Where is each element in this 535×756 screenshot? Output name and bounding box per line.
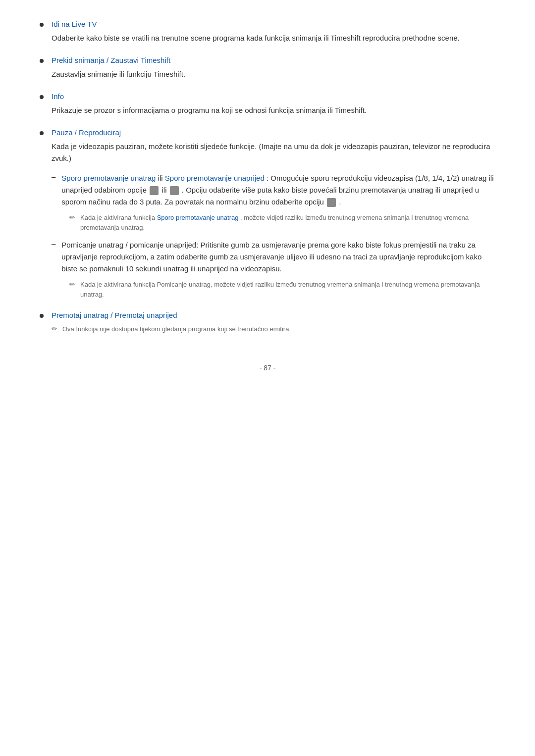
section-title-prekid-snimanja: Prekid snimanja / Zaustavi Timeshift	[52, 56, 170, 64]
note-text-pomicanje: Kada je aktivirana funkcija Pomicanje un…	[80, 280, 495, 299]
section-desc-pauza-reproduciraj: Kada je videozapis pauziran, možete kori…	[52, 141, 495, 164]
text-ili2: ili	[161, 186, 168, 194]
bullet-dot	[40, 23, 44, 27]
dash-content-pomicanje: Pomicanje unatrag / pomicanje unaprijed:…	[61, 239, 495, 275]
note-box-premotaj: ✏ Ova funkcija nije dostupna tijekom gle…	[52, 324, 495, 334]
note-text-pomicanje-full: Kada je aktivirana funkcija Pomicanje un…	[80, 281, 480, 298]
bullet-dot	[40, 59, 44, 63]
section-prekid-snimanja: Prekid snimanja / Zaustavi Timeshift Zau…	[40, 56, 495, 80]
section-title-idi-na-live-tv: Idi na Live TV	[52, 20, 97, 28]
pencil-icon: ✏	[69, 213, 75, 221]
note-text-before-sporo: Kada je aktivirana funkcija	[80, 214, 157, 221]
dash-symbol: –	[52, 172, 55, 181]
section-premotaj: Premotaj unatrag / Premotaj unaprijed ✏ …	[40, 311, 495, 334]
bullet-item-idi-na-live-tv: Idi na Live TV	[40, 20, 495, 28]
bullet-dot-premotaj	[40, 314, 44, 318]
icon-forward-button	[170, 186, 179, 195]
bullet-item-info: Info	[40, 92, 495, 101]
text-pomicanje: Pomicanje unatrag / pomicanje unaprijed:…	[61, 241, 482, 273]
note-text-sporo: Kada je aktivirana funkcija Sporo premot…	[80, 213, 495, 232]
pencil-icon-2: ✏	[69, 280, 75, 288]
main-content: Idi na Live TV Odaberite kako biste se v…	[40, 20, 495, 334]
section-desc-idi-na-live-tv: Odaberite kako biste se vratili na trenu…	[52, 32, 495, 44]
note-box-sporo: ✏ Kada je aktivirana funkcija Sporo prem…	[69, 213, 495, 232]
bullet-dot	[40, 95, 44, 99]
bullet-dot	[40, 131, 44, 135]
section-desc-prekid-snimanja: Zaustavlja snimanje ili funkciju Timeshi…	[52, 68, 495, 80]
highlight-sporo-unaprijed: Sporo premotavanje unaprijed	[165, 174, 265, 182]
pencil-icon-3: ✏	[52, 325, 57, 333]
highlight-sporo-unatrag: Sporo premotavanje unatrag	[61, 174, 156, 182]
section-title-info: Info	[52, 92, 64, 101]
section-pauza-reproduciraj: Pauza / Reproduciraj Kada je videozapis …	[40, 128, 495, 299]
text-ili: ili	[158, 174, 165, 182]
dash-content-sporo: Sporo premotavanje unatrag ili Sporo pre…	[61, 172, 495, 208]
page-number: - 87 -	[40, 364, 495, 372]
dash-item-sporo-premotavanje: – Sporo premotavanje unatrag ili Sporo p…	[52, 172, 495, 208]
dash-symbol-2: –	[52, 239, 55, 248]
section-info: Info Prikazuje se prozor s informacijama…	[40, 92, 495, 116]
dash-section: – Sporo premotavanje unatrag ili Sporo p…	[52, 172, 495, 299]
text-period: .	[339, 198, 341, 206]
icon-normal-speed-button	[327, 198, 336, 207]
bullet-item-premotaj: Premotaj unatrag / Premotaj unaprijed	[40, 311, 495, 319]
section-desc-info: Prikazuje se prozor s informacijama o pr…	[52, 104, 495, 116]
bullet-item-prekid-snimanja: Prekid snimanja / Zaustavi Timeshift	[40, 56, 495, 64]
note-box-pomicanje: ✏ Kada je aktivirana funkcija Pomicanje …	[69, 280, 495, 299]
note-text-premotaj: Ova funkcija nije dostupna tijekom gleda…	[62, 324, 291, 334]
note-highlight-sporo: Sporo premotavanje unatrag	[157, 214, 239, 221]
icon-rewind-button	[150, 186, 159, 195]
dash-item-pomicanje: – Pomicanje unatrag / pomicanje unaprije…	[52, 239, 495, 275]
section-title-pauza-reproduciraj: Pauza / Reproduciraj	[52, 128, 121, 137]
bullet-item-pauza-reproduciraj: Pauza / Reproduciraj	[40, 128, 495, 137]
section-idi-na-live-tv: Idi na Live TV Odaberite kako biste se v…	[40, 20, 495, 44]
section-title-premotaj: Premotaj unatrag / Premotaj unaprijed	[52, 311, 177, 319]
